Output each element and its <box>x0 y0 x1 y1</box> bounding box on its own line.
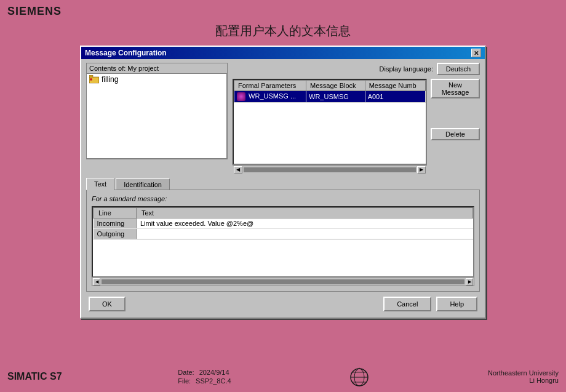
action-buttons: New Message Delete <box>431 79 480 140</box>
ok-button[interactable]: OK <box>89 297 126 311</box>
dialog-title: Message Configuration <box>85 49 167 57</box>
scroll-left-button[interactable]: ◀ <box>234 166 242 174</box>
svg-marker-10 <box>355 367 364 372</box>
project-tree-area: Contents of: My project filling <box>86 63 228 159</box>
bottom-scroll-area[interactable]: ◀ ▶ <box>92 278 474 286</box>
top-bar: SIEMENS <box>0 0 566 23</box>
display-language-row: Display language: Deutsch <box>233 63 480 75</box>
product-name: SIMATIC S7 <box>7 371 62 382</box>
folder-icon <box>89 75 99 84</box>
standard-message-label: For a standard message: <box>92 195 474 202</box>
table-row-incoming: Incoming Limit value exceeded. Value @2%… <box>94 218 473 229</box>
university-name: Northeastern University <box>488 369 559 377</box>
line-text-table: Line Text Incoming Limit value exceeded.… <box>93 207 473 239</box>
outgoing-text-cell[interactable] <box>137 229 473 239</box>
outgoing-line-cell: Outgoing <box>94 229 137 239</box>
siemens-globe-icon <box>347 366 372 388</box>
project-tree[interactable]: filling <box>86 73 228 159</box>
scroll-track[interactable] <box>244 167 416 172</box>
new-message-button[interactable]: New Message <box>431 79 480 98</box>
footer-logo-area <box>347 366 372 388</box>
col-formal: Formal Parameters <box>234 81 306 91</box>
file-value: SSP2_8C.4 <box>196 377 231 385</box>
message-table: Formal Parameters Message Block Message … <box>234 80 426 103</box>
footer: SIMATIC S7 Date: 2024/9/14 File: SSP2_8C… <box>0 361 566 392</box>
right-section: Display language: Deutsch Formal Paramet… <box>233 63 480 174</box>
col-text: Text <box>137 208 473 218</box>
help-button[interactable]: Help <box>436 297 477 311</box>
display-language-label: Display language: <box>380 65 433 73</box>
scroll-right-button[interactable]: ▶ <box>417 166 426 174</box>
file-label: File: <box>178 377 191 385</box>
top-section: Contents of: My project filling <box>86 63 480 174</box>
cancel-button[interactable]: Cancel <box>383 297 431 311</box>
footer-center: Date: 2024/9/14 File: SSP2_8C.4 <box>178 369 231 385</box>
tab-identification[interactable]: Identification <box>116 178 170 191</box>
col-number: Message Numb <box>365 81 425 91</box>
col-line: Line <box>94 208 137 218</box>
tabs-row: Text Identification <box>86 177 480 190</box>
dialog-close-button[interactable]: ✕ <box>471 49 481 57</box>
date-label: Date: <box>178 369 194 376</box>
empty-rows-area <box>93 239 473 276</box>
footer-date-row: Date: 2024/9/14 <box>178 369 231 376</box>
tab-panel: For a standard message: Line Text Inco <box>86 190 480 292</box>
table-cell-formal: WR_USMSG ... <box>234 91 306 103</box>
project-tree-header: Contents of: My project <box>86 63 228 73</box>
svg-rect-1 <box>89 75 93 78</box>
page-title: 配置用户本人的文本信息 <box>215 23 351 39</box>
svg-point-3 <box>90 78 92 81</box>
table-cell-number: A001 <box>365 91 425 103</box>
message-table-wrapper: Formal Parameters Message Block Message … <box>233 79 427 174</box>
table-row[interactable]: WR_USMSG ... WR_USMSG A001 <box>234 91 426 103</box>
incoming-line-cell: Incoming <box>94 218 137 229</box>
footer-right: Northeastern University Li Hongru <box>488 369 559 384</box>
tree-item-filling[interactable]: filling <box>87 74 226 85</box>
tab-text[interactable]: Text <box>86 178 114 190</box>
siemens-logo: SIEMENS <box>7 5 62 18</box>
message-icon <box>237 92 245 101</box>
outgoing-text-input[interactable] <box>140 230 469 238</box>
table-cell-block: WR_USMSG <box>306 91 365 103</box>
date-value: 2024/9/14 <box>199 369 229 376</box>
table-row-outgoing: Outgoing <box>94 229 473 239</box>
horizontal-scrollbar[interactable]: ◀ ▶ <box>233 165 427 174</box>
line-text-table-container: Line Text Incoming Limit value exceeded.… <box>92 206 474 278</box>
left-button-group: OK <box>89 297 126 311</box>
scroll-right-btn[interactable]: ▶ <box>466 278 473 286</box>
message-table-row: Formal Parameters Message Block Message … <box>233 79 480 174</box>
display-language-button[interactable]: Deutsch <box>437 63 480 75</box>
incoming-text-cell[interactable]: Limit value exceeded. Value @2%e@ <box>137 218 473 229</box>
bottom-buttons: OK Cancel Help <box>86 292 480 314</box>
dialog-window: Message Configuration ✕ Contents of: My … <box>80 46 486 319</box>
delete-button[interactable]: Delete <box>431 128 480 140</box>
message-table-container: Formal Parameters Message Block Message … <box>233 79 427 165</box>
main-content: 配置用户本人的文本信息 Message Configuration ✕ Cont… <box>0 23 566 319</box>
col-block: Message Block <box>306 81 365 91</box>
tree-item-label: filling <box>102 75 118 84</box>
scroll-left-btn[interactable]: ◀ <box>93 278 100 286</box>
scroll-track-bottom[interactable] <box>102 279 464 284</box>
person-name: Li Hongru <box>488 377 559 384</box>
dialog-titlebar: Message Configuration ✕ <box>81 47 485 59</box>
dialog-body: Contents of: My project filling <box>81 59 485 318</box>
footer-file-row: File: SSP2_8C.4 <box>178 377 231 385</box>
right-button-group: Cancel Help <box>383 297 477 311</box>
